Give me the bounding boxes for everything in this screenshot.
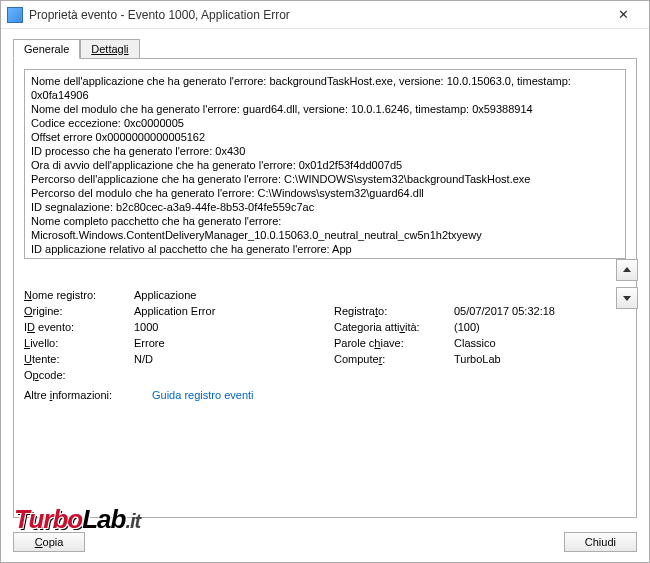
category-label: Categoria attività: — [334, 321, 454, 333]
opcode-value — [134, 369, 334, 381]
tab-details[interactable]: Dettagli — [80, 39, 139, 59]
opcode-label: Opcode: — [24, 369, 134, 381]
event-log-help-link[interactable]: Guida registro eventi — [152, 389, 254, 401]
log-name-value: Applicazione — [134, 289, 334, 301]
arrow-down-icon — [622, 293, 632, 303]
user-value: N/D — [134, 353, 334, 365]
window-title: Proprietà evento - Evento 1000, Applicat… — [29, 8, 603, 22]
source-label: Origine: — [24, 305, 134, 317]
arrow-up-icon — [622, 265, 632, 275]
more-info-label: Altre informazioni: — [24, 389, 134, 401]
close-icon[interactable]: ✕ — [603, 1, 643, 29]
level-value: Errore — [134, 337, 334, 349]
down-arrow-button[interactable] — [616, 287, 638, 309]
event-id-value: 1000 — [134, 321, 334, 333]
more-info-row: Altre informazioni: Guida registro event… — [24, 389, 626, 401]
titlebar: Proprietà evento - Evento 1000, Applicat… — [1, 1, 649, 29]
content-area: Generale Dettagli Nome dell'applicazione… — [1, 29, 649, 526]
logged-value: 05/07/2017 05:32:18 — [454, 305, 594, 317]
category-value: (100) — [454, 321, 594, 333]
computer-label: Computer: — [334, 353, 454, 365]
keywords-value: Classico — [454, 337, 594, 349]
nav-buttons — [616, 259, 638, 309]
tab-panel-general: Nome dell'applicazione che ha generato l… — [13, 58, 637, 518]
tab-general[interactable]: Generale — [13, 39, 80, 59]
error-description-box[interactable]: Nome dell'applicazione che ha generato l… — [24, 69, 626, 259]
keywords-label: Parole chiave: — [334, 337, 454, 349]
close-button[interactable]: Chiudi — [564, 532, 637, 552]
user-label: Utente: — [24, 353, 134, 365]
app-icon — [7, 7, 23, 23]
up-arrow-button[interactable] — [616, 259, 638, 281]
level-label: Livello: — [24, 337, 134, 349]
event-properties-window: Proprietà evento - Evento 1000, Applicat… — [0, 0, 650, 563]
log-name-label: Nome registro: — [24, 289, 134, 301]
copy-button[interactable]: Copia — [13, 532, 85, 552]
logged-label: Registrato: — [334, 305, 454, 317]
source-value: Application Error — [134, 305, 334, 317]
details-grid: Nome registro: Applicazione Origine: App… — [24, 289, 626, 381]
computer-value: TurboLab — [454, 353, 594, 365]
footer: Copia Chiudi — [1, 526, 649, 562]
event-id-label: ID evento: — [24, 321, 134, 333]
tab-bar: Generale Dettagli — [13, 39, 637, 59]
